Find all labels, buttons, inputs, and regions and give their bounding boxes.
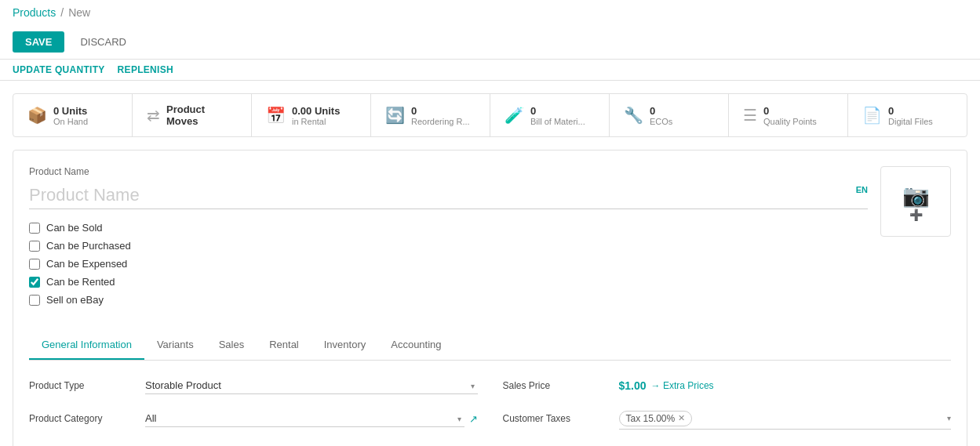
checkbox-row-cb_sold: Can be Sold (29, 222, 868, 234)
smart-btn-label-0: On Hand (53, 117, 88, 126)
checkbox-label-cb_rented: Can be Rented (46, 276, 115, 288)
sales-price-field: $1.00 → Extra Prices (619, 379, 952, 392)
smart-btn-label-3: Reordering R... (411, 117, 470, 126)
smart-btn-icon-0: 📦 (27, 106, 47, 125)
smart-btn-text-6: 0 Quality Points (763, 105, 817, 126)
toolbar: SAVE DISCARD (0, 25, 980, 60)
tab-sales[interactable]: Sales (206, 331, 257, 360)
save-button[interactable]: SAVE (13, 31, 64, 53)
smart-btn-count-3: 0 (411, 105, 470, 117)
extra-prices-link[interactable]: → Extra Prices (651, 380, 714, 391)
smart-btn-4[interactable]: 🧪 0 Bill of Materi... (490, 94, 610, 136)
smart-btn-text-2: 0.00 Units in Rental (292, 105, 340, 126)
discard-button[interactable]: DISCARD (71, 31, 136, 53)
tab-accounting[interactable]: Accounting (378, 331, 454, 360)
product-name-input[interactable] (29, 182, 868, 209)
customer-taxes-label: Customer Taxes (503, 413, 613, 424)
internal-reference-field (145, 443, 478, 446)
checkboxes: Can be Sold Can be Purchased Can be Expe… (29, 222, 868, 306)
product-type-select[interactable]: Storable Product Consumable Service (145, 377, 478, 394)
smart-btn-text-1: Product Moves (166, 103, 237, 127)
checkbox-label-cb_ebay: Sell on eBay (46, 294, 104, 306)
checkbox-row-cb_purchased: Can be Purchased (29, 240, 868, 252)
product-type-field: Storable Product Consumable Service (145, 377, 478, 394)
smart-btn-text-3: 0 Reordering R... (411, 105, 470, 126)
customer-taxes-row: Customer Taxes Tax 15.00% ✕ ▾ (503, 406, 952, 431)
checkbox-cb_rented[interactable] (29, 277, 40, 288)
form-grid: Product Type Storable Product Consumable… (29, 373, 951, 446)
form-section-right: Sales Price $1.00 → Extra Prices Custome… (503, 373, 952, 446)
smart-btn-count-7: 0 (888, 105, 933, 117)
tabs-bar: General InformationVariantsSalesRentalIn… (29, 331, 951, 361)
checkbox-cb_purchased[interactable] (29, 241, 40, 252)
replenish-link[interactable]: REPLENISH (118, 64, 173, 75)
breadcrumb-current: New (68, 6, 90, 19)
product-category-field: All ↗ (145, 410, 478, 427)
add-image-icon: ➕ (909, 208, 923, 221)
update-quantity-link[interactable]: UPDATE QUANTITY (13, 64, 105, 75)
smart-btn-5[interactable]: 🔧 0 ECOs (610, 94, 729, 136)
product-category-label: Product Category (29, 413, 139, 424)
checkbox-label-cb_sold: Can be Sold (46, 222, 103, 234)
smart-btn-1[interactable]: ⇄ Product Moves (133, 94, 252, 136)
checkbox-label-cb_purchased: Can be Purchased (46, 240, 131, 252)
smart-btn-icon-3: 🔄 (385, 106, 405, 125)
smart-btn-label-7: Digital Files (888, 117, 933, 126)
checkbox-cb_ebay[interactable] (29, 295, 40, 306)
tab-general[interactable]: General Information (29, 331, 144, 360)
smart-btn-label-4: Bill of Materi... (530, 117, 585, 126)
product-type-label: Product Type (29, 380, 139, 391)
taxes-dropdown-arrow-icon[interactable]: ▾ (947, 414, 951, 422)
product-image-placeholder[interactable]: 📷 ➕ (880, 166, 951, 237)
smart-btn-2[interactable]: 📅 0.00 Units in Rental (252, 94, 371, 136)
smart-btn-0[interactable]: 📦 0 Units On Hand (13, 94, 133, 136)
form-section-left: Product Type Storable Product Consumable… (29, 373, 478, 446)
smart-btn-icon-1: ⇄ (147, 106, 160, 125)
smart-btn-6[interactable]: ☰ 0 Quality Points (729, 94, 848, 136)
product-category-select-wrapper: All (145, 410, 464, 427)
breadcrumb-separator: / (60, 6, 64, 19)
product-category-row: Product Category All ↗ (29, 406, 478, 431)
internal-reference-row: Internal Reference (29, 439, 478, 446)
tab-content: Product Type Storable Product Consumable… (29, 361, 951, 446)
checkbox-cb_expensed[interactable] (29, 259, 40, 270)
smart-btn-3[interactable]: 🔄 0 Reordering R... (371, 94, 490, 136)
smart-btn-text-5: 0 ECOs (650, 105, 672, 126)
tax-badge: Tax 15.00% ✕ (619, 411, 693, 426)
sales-price-row: Sales Price $1.00 → Extra Prices (503, 373, 952, 398)
smart-btn-count-4: 0 (530, 105, 585, 117)
tab-rental[interactable]: Rental (257, 331, 311, 360)
checkbox-label-cb_expensed: Can be Expensed (46, 258, 127, 270)
smart-btn-count-0: 0 Units (53, 105, 88, 117)
smart-btn-text-4: 0 Bill of Materi... (530, 105, 585, 126)
taxes-field-wrapper: Tax 15.00% ✕ ▾ (619, 408, 952, 430)
breadcrumb: Products / New (0, 0, 980, 25)
checkbox-row-cb_ebay: Sell on eBay (29, 294, 868, 306)
smart-btn-icon-7: 📄 (862, 106, 882, 125)
smart-btn-label-6: Quality Points (763, 117, 817, 126)
product-name-section: Product Name EN Can be Sold Can be Purch… (29, 166, 951, 318)
smart-btn-7[interactable]: 📄 0 Digital Files (848, 94, 967, 136)
sales-price-label: Sales Price (503, 380, 613, 391)
product-category-external-link-icon[interactable]: ↗ (469, 413, 478, 425)
product-name-left: Product Name EN Can be Sold Can be Purch… (29, 166, 868, 318)
tab-inventory[interactable]: Inventory (311, 331, 378, 360)
checkbox-row-cb_rented: Can be Rented (29, 276, 868, 288)
product-type-row: Product Type Storable Product Consumable… (29, 373, 478, 398)
product-type-select-wrapper: Storable Product Consumable Service (145, 377, 478, 394)
smart-btn-count-5: 0 (650, 105, 672, 117)
sales-price-value[interactable]: $1.00 (619, 379, 647, 392)
tab-variants[interactable]: Variants (144, 331, 206, 360)
breadcrumb-parent[interactable]: Products (13, 6, 56, 19)
product-category-select[interactable]: All (145, 410, 464, 427)
camera-icon: 📷 (902, 183, 930, 208)
smart-btn-label-2: in Rental (292, 117, 340, 126)
smart-btn-text-0: 0 Units On Hand (53, 105, 88, 126)
tax-badge-label: Tax 15.00% (626, 413, 676, 424)
smart-btn-count-1: Product Moves (166, 103, 237, 127)
checkbox-row-cb_expensed: Can be Expensed (29, 258, 868, 270)
internal-reference-input[interactable] (145, 443, 478, 446)
lang-badge: EN (856, 185, 868, 194)
tax-remove-icon[interactable]: ✕ (678, 413, 685, 423)
checkbox-cb_sold[interactable] (29, 223, 40, 234)
